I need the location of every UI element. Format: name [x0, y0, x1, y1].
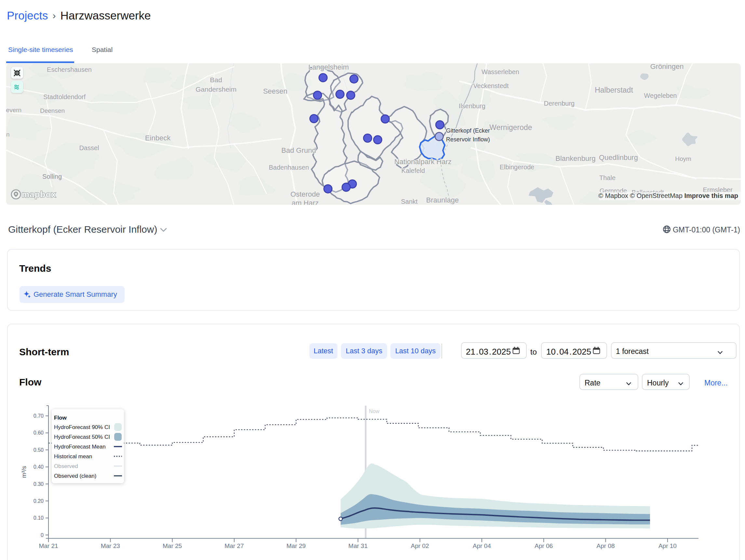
- svg-text:Apr 04: Apr 04: [473, 542, 491, 549]
- svg-text:0.40: 0.40: [33, 464, 43, 470]
- svg-text:Elbingerode: Elbingerode: [500, 164, 535, 171]
- svg-text:Mar 25: Mar 25: [163, 542, 182, 549]
- svg-text:Braunlage: Braunlage: [426, 196, 459, 204]
- svg-text:Thale: Thale: [599, 174, 616, 181]
- svg-text:Ilsenburg: Ilsenburg: [459, 102, 485, 109]
- svg-text:Deensen: Deensen: [40, 107, 65, 114]
- svg-text:Bevern: Bevern: [6, 107, 22, 113]
- svg-text:Flow: Flow: [54, 415, 67, 421]
- svg-text:m³/s: m³/s: [21, 466, 27, 478]
- svg-text:Historical mean: Historical mean: [54, 453, 92, 460]
- svg-text:Mar 29: Mar 29: [287, 542, 306, 549]
- svg-text:Stadtoldendorf: Stadtoldendorf: [43, 93, 86, 100]
- svg-text:Apr 10: Apr 10: [658, 542, 677, 549]
- svg-text:0.30: 0.30: [33, 481, 43, 487]
- svg-text:Osterode: Osterode: [291, 190, 320, 198]
- svg-text:Bad: Bad: [210, 76, 222, 83]
- svg-text:Quedlinburg: Quedlinburg: [599, 153, 638, 162]
- svg-text:Badenhausen: Badenhausen: [269, 164, 309, 171]
- svg-text:Apr 02: Apr 02: [411, 542, 429, 549]
- svg-text:Blankenburg: Blankenburg: [555, 154, 596, 163]
- svg-text:© Mapbox © OpenStreetMap Impro: © Mapbox © OpenStreetMap Improve this ma…: [598, 192, 738, 199]
- svg-text:Langelsheim: Langelsheim: [309, 63, 349, 71]
- svg-text:Eschershausen: Eschershausen: [47, 66, 92, 73]
- svg-text:Wasserleben: Wasserleben: [482, 68, 519, 75]
- svg-text:0: 0: [41, 532, 43, 538]
- svg-text:Wegeleben: Wegeleben: [644, 92, 677, 99]
- svg-text:Hoym: Hoym: [675, 155, 691, 162]
- svg-text:Seesen: Seesen: [263, 87, 288, 95]
- svg-text:Halberstadt: Halberstadt: [595, 86, 633, 94]
- svg-text:Mar 23: Mar 23: [101, 542, 120, 549]
- svg-text:Observed: Observed: [54, 463, 78, 469]
- svg-text:Veckenstedt: Veckenstedt: [473, 82, 509, 90]
- svg-text:0.10: 0.10: [33, 515, 43, 521]
- svg-text:Mar 27: Mar 27: [224, 542, 244, 549]
- svg-text:Gitterkopf (Ecker: Gitterkopf (Ecker: [446, 128, 490, 134]
- svg-text:en: en: [6, 131, 10, 138]
- svg-text:Mar 21: Mar 21: [39, 542, 58, 549]
- svg-text:Now: Now: [369, 409, 379, 414]
- svg-text:Bad Grund: Bad Grund: [282, 146, 316, 154]
- svg-text:Dassel: Dassel: [79, 144, 99, 151]
- svg-text:0.60: 0.60: [33, 430, 43, 435]
- svg-text:Kalefeld: Kalefeld: [401, 167, 425, 174]
- svg-text:HydroForecast 90% CI: HydroForecast 90% CI: [54, 424, 110, 430]
- svg-text:Mar 31: Mar 31: [349, 542, 368, 549]
- svg-text:0.20: 0.20: [33, 498, 43, 504]
- svg-text:mapbox: mapbox: [22, 189, 56, 199]
- svg-text:Apr 08: Apr 08: [597, 542, 615, 549]
- svg-text:0.70: 0.70: [33, 413, 43, 419]
- svg-text:Sankt: Sankt: [401, 198, 418, 205]
- svg-text:Gröningen: Gröningen: [650, 63, 684, 71]
- svg-text:am Harz: am Harz: [291, 199, 319, 205]
- svg-text:Derenburg: Derenburg: [544, 100, 575, 107]
- svg-text:HydroForecast 50% CI: HydroForecast 50% CI: [54, 434, 110, 440]
- svg-text:Reservoir Inflow): Reservoir Inflow): [446, 136, 490, 143]
- svg-text:Gandersheim: Gandersheim: [196, 85, 236, 93]
- svg-text:Solling: Solling: [42, 173, 62, 180]
- svg-text:Einbeck: Einbeck: [145, 134, 171, 142]
- svg-text:0.50: 0.50: [33, 447, 43, 453]
- svg-text:Wernigerode: Wernigerode: [489, 123, 532, 132]
- svg-text:Observed (clean): Observed (clean): [54, 473, 96, 479]
- svg-text:Apr 06: Apr 06: [535, 542, 553, 549]
- svg-text:Nationalpark Harz: Nationalpark Harz: [394, 158, 452, 166]
- svg-text:HydroForecast Mean: HydroForecast Mean: [54, 444, 106, 450]
